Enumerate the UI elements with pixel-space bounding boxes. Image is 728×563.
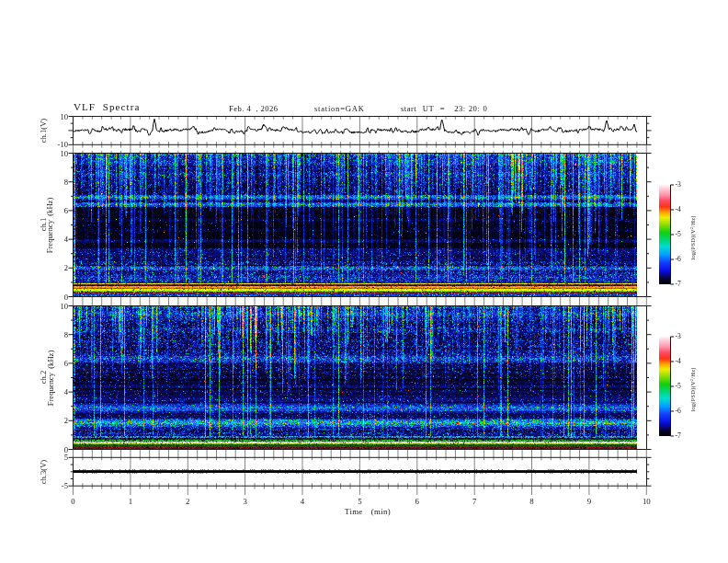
svg-text:0: 0	[64, 293, 68, 302]
svg-text:10: 10	[643, 497, 651, 506]
svg-text:-3: -3	[676, 180, 682, 189]
svg-text:10: 10	[60, 149, 68, 158]
svg-text:6: 6	[64, 359, 69, 368]
svg-text:4: 4	[301, 497, 305, 506]
svg-text:-7: -7	[676, 431, 682, 440]
svg-text:2: 2	[64, 416, 68, 425]
svg-text:8: 8	[64, 178, 68, 187]
svg-text:-5: -5	[676, 382, 682, 390]
svg-text:5: 5	[358, 497, 362, 506]
svg-text:-5: -5	[62, 481, 68, 490]
svg-text:2: 2	[186, 497, 189, 506]
svg-text:-5: -5	[676, 230, 682, 238]
svg-text:-7: -7	[676, 280, 682, 288]
svg-text:2: 2	[64, 263, 68, 272]
svg-text:10: 10	[60, 112, 68, 121]
svg-text:6: 6	[64, 206, 69, 215]
svg-text:9: 9	[587, 497, 592, 506]
svg-text:1: 1	[129, 497, 132, 506]
svg-text:4: 4	[64, 387, 69, 396]
svg-text:5: 5	[64, 453, 68, 462]
svg-text:6: 6	[415, 497, 420, 506]
svg-text:4: 4	[64, 235, 69, 244]
svg-text:-4: -4	[676, 357, 682, 365]
svg-text:-6: -6	[676, 407, 682, 415]
svg-text:8: 8	[64, 330, 68, 339]
svg-text:7: 7	[472, 497, 477, 506]
svg-text:-4: -4	[676, 205, 682, 213]
svg-text:-6: -6	[676, 255, 682, 263]
svg-text:8: 8	[529, 497, 534, 506]
svg-text:10: 10	[60, 302, 68, 311]
svg-text:0: 0	[71, 497, 75, 506]
svg-text:3: 3	[243, 497, 247, 506]
svg-text:-3: -3	[676, 332, 682, 340]
